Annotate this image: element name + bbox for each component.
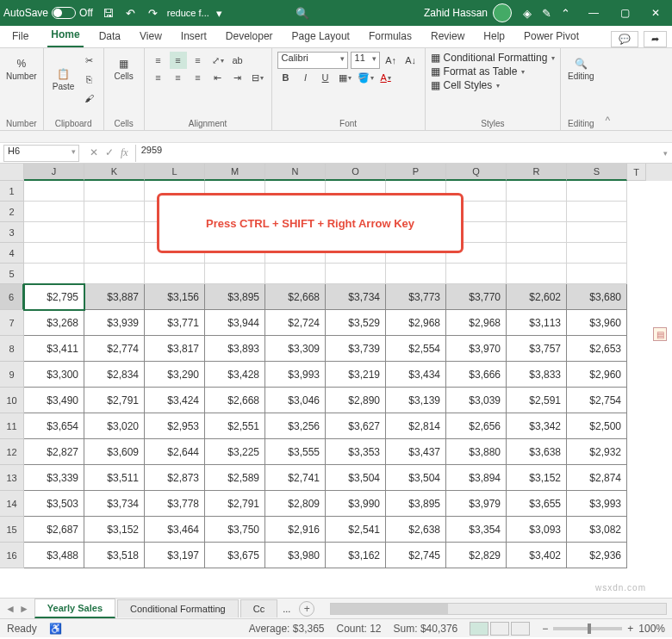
cell[interactable] <box>84 264 145 284</box>
cell[interactable]: $3,162 <box>326 543 386 568</box>
cell[interactable]: $3,773 <box>386 284 446 310</box>
copy-icon[interactable]: ⎘ <box>81 71 98 88</box>
menu-pagelayout[interactable]: Page Layout <box>289 27 353 47</box>
cell[interactable]: $2,668 <box>265 284 326 310</box>
cell[interactable]: $2,916 <box>265 517 326 543</box>
cell[interactable]: $3,039 <box>446 388 507 413</box>
minimize-button[interactable]: — <box>581 4 607 22</box>
cell[interactable]: $3,939 <box>84 310 145 336</box>
col-header-K[interactable]: K <box>84 164 145 181</box>
next-sheet-icon[interactable]: ► <box>19 603 29 615</box>
cell[interactable]: $3,082 <box>567 517 627 543</box>
cell-styles-button[interactable]: ▦Cell Styles▾ <box>431 79 556 91</box>
cell[interactable]: $3,757 <box>507 336 567 362</box>
border-icon[interactable]: ▦▾ <box>337 69 354 86</box>
cell[interactable] <box>24 243 84 264</box>
cell[interactable] <box>507 202 567 222</box>
cell[interactable]: $3,880 <box>446 439 507 465</box>
row-header-13[interactable]: 13 <box>0 465 24 491</box>
col-header-O[interactable]: O <box>326 164 386 181</box>
cell[interactable]: $2,791 <box>205 491 265 517</box>
select-all-corner[interactable] <box>0 164 24 181</box>
format-painter-icon[interactable]: 🖌 <box>81 90 98 107</box>
cell[interactable]: $2,968 <box>446 310 507 336</box>
menu-home[interactable]: Home <box>47 25 83 47</box>
cell[interactable]: $3,734 <box>326 284 386 310</box>
cell[interactable] <box>24 264 84 284</box>
cell[interactable]: $3,817 <box>145 336 205 362</box>
horizontal-scrollbar[interactable] <box>330 603 667 615</box>
cell[interactable] <box>567 222 627 243</box>
cell[interactable]: $3,490 <box>24 388 84 413</box>
search-icon[interactable]: 🔍 <box>296 6 309 20</box>
cell[interactable]: $3,504 <box>386 465 446 491</box>
cell[interactable]: $3,627 <box>326 413 386 439</box>
cell[interactable]: $2,644 <box>145 439 205 465</box>
cell[interactable]: $3,309 <box>265 336 326 362</box>
cell[interactable]: $3,290 <box>145 362 205 388</box>
cell[interactable]: $3,504 <box>326 465 386 491</box>
cell[interactable]: $3,437 <box>386 439 446 465</box>
undo-icon[interactable]: ↶ <box>124 6 138 20</box>
cell[interactable]: $2,834 <box>84 362 145 388</box>
row-header-4[interactable]: 4 <box>0 243 24 264</box>
cell[interactable]: $3,944 <box>205 310 265 336</box>
worksheet[interactable]: JKLMNOPQRST 123456$2,795$3,887$3,156$3,8… <box>0 164 672 598</box>
cancel-icon[interactable]: ✕ <box>90 146 98 159</box>
chevron-down-icon[interactable]: ▾ <box>213 6 227 20</box>
cell[interactable]: $3,750 <box>205 517 265 543</box>
zoom-control[interactable]: − + 100% <box>542 623 665 635</box>
autosave-toggle[interactable]: AutoSave Off <box>3 7 93 19</box>
menu-developer[interactable]: Developer <box>222 27 277 47</box>
cell[interactable] <box>205 264 265 284</box>
menu-data[interactable]: Data <box>96 27 124 47</box>
cell[interactable]: $2,936 <box>567 543 627 568</box>
cell[interactable]: $3,046 <box>265 388 326 413</box>
zoom-slider[interactable] <box>553 627 622 630</box>
cell[interactable]: $2,668 <box>205 388 265 413</box>
font-color-icon[interactable]: A▾ <box>377 69 395 86</box>
cell[interactable]: $3,887 <box>84 284 145 310</box>
cell[interactable]: $2,724 <box>265 310 326 336</box>
normal-view-icon[interactable] <box>470 622 488 636</box>
paste-button[interactable]: 📋 Paste <box>49 62 78 96</box>
align-middle-icon[interactable]: ≡ <box>170 52 187 69</box>
prev-sheet-icon[interactable]: ◄ <box>5 603 16 615</box>
cell[interactable]: $2,745 <box>386 543 446 568</box>
cell[interactable]: $3,993 <box>265 362 326 388</box>
cell[interactable]: $2,591 <box>507 388 567 413</box>
cell[interactable] <box>567 243 627 264</box>
tab-more[interactable]: ... <box>279 604 294 614</box>
cell[interactable] <box>567 181 627 202</box>
cell[interactable]: $2,932 <box>567 439 627 465</box>
indent-decrease-icon[interactable]: ⇤ <box>209 69 227 86</box>
menu-insert[interactable]: Insert <box>177 27 210 47</box>
number-format-button[interactable]: % Number <box>5 52 38 86</box>
cell[interactable]: $2,541 <box>326 517 386 543</box>
row-header-7[interactable]: 7 <box>0 310 24 336</box>
cell[interactable]: $3,638 <box>507 439 567 465</box>
font-size-select[interactable]: 11 <box>351 52 380 69</box>
wrap-text-icon[interactable]: ab <box>229 52 246 69</box>
col-header-P[interactable]: P <box>386 164 446 181</box>
cell[interactable]: $3,353 <box>326 439 386 465</box>
cell[interactable]: $3,680 <box>567 284 627 310</box>
col-header-Q[interactable]: Q <box>446 164 507 181</box>
cell[interactable] <box>567 264 627 284</box>
cell[interactable]: $3,020 <box>84 413 145 439</box>
menu-help[interactable]: Help <box>480 27 508 47</box>
row-header-15[interactable]: 15 <box>0 517 24 543</box>
cell[interactable] <box>84 243 145 264</box>
cell[interactable]: $3,503 <box>24 491 84 517</box>
cell[interactable]: $3,895 <box>386 491 446 517</box>
row-header-2[interactable]: 2 <box>0 202 24 222</box>
col-header-N[interactable]: N <box>265 164 326 181</box>
row-header-14[interactable]: 14 <box>0 491 24 517</box>
collapse-ribbon-icon[interactable]: ^ <box>600 48 614 130</box>
merge-icon[interactable]: ⊟▾ <box>249 69 266 86</box>
cell[interactable]: $3,555 <box>265 439 326 465</box>
cell[interactable]: $3,970 <box>446 336 507 362</box>
cell[interactable]: $3,268 <box>24 310 84 336</box>
cell[interactable]: $3,256 <box>265 413 326 439</box>
cell[interactable]: $3,411 <box>24 336 84 362</box>
